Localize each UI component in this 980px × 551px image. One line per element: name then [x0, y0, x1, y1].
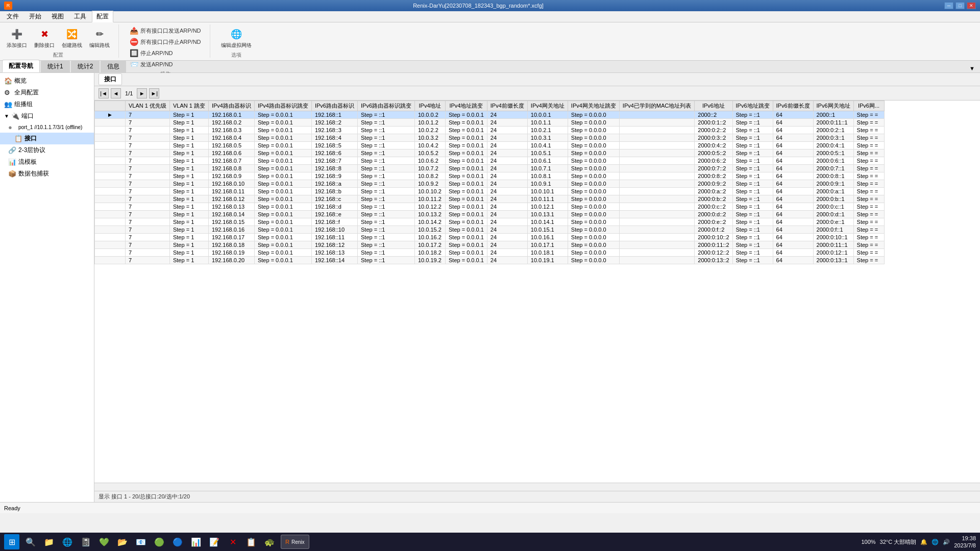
- add-interface-button[interactable]: ➕ 添加接口: [4, 26, 30, 51]
- sidebar-item-global-config[interactable]: ⚙ 全局配置: [0, 87, 94, 98]
- menu-tools[interactable]: 工具: [69, 11, 91, 22]
- table-container[interactable]: VLAN 1 优先级 VLAN 1 跳变 IPv4路由器标识 IPv4路由器标识…: [94, 101, 980, 483]
- sidebar-item-port[interactable]: ▼ 🔌 端口: [0, 110, 94, 122]
- taskbar-app6-icon[interactable]: 📂: [115, 535, 130, 549]
- table-row[interactable]: 7Step = 1192.168.0.11Step = 0.0.0.1192.1…: [95, 188, 885, 195]
- table-row[interactable]: 7Step = 1192.168.0.7Step = 0.0.0.1192.16…: [95, 157, 885, 165]
- menu-start[interactable]: 开始: [24, 11, 46, 22]
- table-row[interactable]: 7Step = 1192.168.0.16Step = 0.0.0.1192.1…: [95, 226, 885, 234]
- tab-stats1[interactable]: 统计1: [41, 60, 70, 72]
- table-row[interactable]: 7Step = 1192.168.0.15Step = 0.0.0.1192.1…: [95, 218, 885, 226]
- scrollbar-area[interactable]: [94, 483, 980, 491]
- create-route-button[interactable]: 🔀 创建路线: [59, 26, 85, 51]
- taskbar-search-icon[interactable]: 🔍: [23, 535, 38, 549]
- col-header-ipv6-prefix-len[interactable]: IPv6前缀长度: [773, 101, 813, 111]
- table-cell: 2000:0:e::1: [813, 218, 853, 226]
- col-header-ipv4-gw-step[interactable]: IPv4网关地址跳变: [568, 101, 619, 111]
- collapse-button[interactable]: ▼: [966, 64, 978, 72]
- taskbar-app12-icon[interactable]: ✕: [226, 535, 240, 549]
- table-row[interactable]: 7Step = 1192.168.0.13Step = 0.0.0.1192.1…: [95, 203, 885, 211]
- send-arp-all-button[interactable]: 📤 所有接口口发送ARP/ND: [127, 26, 204, 36]
- menu-view[interactable]: 视图: [47, 11, 68, 22]
- table-row[interactable]: 7Step = 1192.168.0.5Step = 0.0.0.1192.16…: [95, 142, 885, 149]
- taskbar-files-icon[interactable]: 📁: [42, 535, 56, 549]
- table-row[interactable]: 7Step = 1192.168.0.10Step = 0.0.0.1192.1…: [95, 180, 885, 188]
- taskbar-onenote-icon[interactable]: 📓: [79, 535, 93, 549]
- sidebar-item-overview[interactable]: 🏠 概览: [0, 75, 94, 87]
- sidebar-item-multicast-group[interactable]: 👥 组播组: [0, 98, 94, 110]
- sidebar-item-flow-model[interactable]: 📊 流模板: [0, 156, 94, 168]
- table-row[interactable]: 7Step = 1192.168.0.20Step = 0.0.0.1192.1…: [95, 257, 885, 264]
- col-header-ipv4-router-id-step[interactable]: IPv4路由器标识跳变: [254, 101, 311, 111]
- taskbar-app13-icon[interactable]: 📋: [244, 535, 258, 549]
- taskbar-network-icon[interactable]: 🌐: [932, 539, 939, 545]
- nav-prev-button[interactable]: ◄: [111, 88, 121, 98]
- sidebar-item-interface[interactable]: 📋 接口: [0, 133, 94, 144]
- col-header-ipv4-prefix-len[interactable]: IPv4前缀长度: [487, 101, 527, 111]
- taskbar-time-date[interactable]: 19:38 2023/7/8: [954, 535, 976, 549]
- table-row[interactable]: 7Step = 1192.168.0.14Step = 0.0.0.1192.1…: [95, 211, 885, 218]
- nav-next-button[interactable]: ►: [137, 88, 147, 98]
- table-row[interactable]: 7Step = 1192.168.0.3Step = 0.0.0.1192.16…: [95, 127, 885, 134]
- tab-info[interactable]: 信息: [101, 60, 126, 72]
- table-row[interactable]: 7Step = 1192.168.0.8Step = 0.0.0.1192.16…: [95, 165, 885, 172]
- layer23-icon: 🔗: [8, 146, 16, 154]
- col-header-ipv4-router-id[interactable]: IPv4路由器标识: [208, 101, 254, 111]
- taskbar-edge-icon[interactable]: 🌐: [60, 535, 75, 549]
- table-row[interactable]: 7Step = 1192.168.0.2Step = 0.0.0.1192.16…: [95, 119, 885, 127]
- taskbar-app9-icon[interactable]: 🔵: [170, 535, 185, 549]
- col-header-vlan1-step[interactable]: VLAN 1 跳变: [169, 101, 208, 111]
- table-row[interactable]: 7Step = 1192.168.0.17Step = 0.0.0.1192.1…: [95, 234, 885, 241]
- maximize-button[interactable]: □: [955, 2, 965, 9]
- table-row[interactable]: 7Step = 1192.168.0.6Step = 0.0.0.1192.16…: [95, 149, 885, 157]
- taskbar-app10-icon[interactable]: 📊: [189, 535, 203, 549]
- close-button[interactable]: ✕: [967, 2, 976, 9]
- col-header-ipv6-gw[interactable]: IPv6网关地址: [813, 101, 853, 111]
- col-header-ipv4-gw[interactable]: IPv4网关地址: [527, 101, 568, 111]
- table-row[interactable]: 7Step = 1192.168.0.4Step = 0.0.0.1192.16…: [95, 134, 885, 142]
- nav-last-button[interactable]: ►|: [149, 88, 159, 98]
- taskbar-renix-app[interactable]: R Renix: [281, 535, 309, 549]
- col-header-ipv4-addr-step[interactable]: IPv4地址跳变: [446, 101, 487, 111]
- table-row[interactable]: 7Step = 1192.168.0.18Step = 0.0.0.1192.1…: [95, 241, 885, 249]
- edit-virtual-network-button[interactable]: 🌐 编辑虚拟网络: [218, 26, 254, 51]
- taskbar-outlook-icon[interactable]: 📧: [134, 535, 148, 549]
- menu-config[interactable]: 配置: [92, 11, 113, 22]
- sidebar-item-capture[interactable]: 📦 数据包捕获: [0, 168, 94, 180]
- sidebar-item-port1[interactable]: ● port_1 //10.1.1.7/3/1 (offline): [0, 122, 94, 133]
- sidebar-item-layer23[interactable]: 🔗 2-3层协议: [0, 144, 94, 156]
- minimize-button[interactable]: ─: [944, 2, 953, 9]
- edit-route-button[interactable]: ✏ 编辑路线: [87, 26, 112, 51]
- col-header-ipv4-addr[interactable]: IPv4地址: [415, 101, 446, 111]
- tab-config-nav[interactable]: 配置导航: [2, 60, 40, 72]
- taskbar-volume-icon[interactable]: 🔊: [943, 539, 950, 545]
- table-cell: 192.168::f: [311, 218, 357, 226]
- taskbar-app14-icon[interactable]: 🐢: [262, 535, 277, 549]
- table-row[interactable]: 7Step = 1192.168.0.9Step = 0.0.0.1192.16…: [95, 172, 885, 180]
- taskbar-app11-icon[interactable]: 📝: [207, 535, 222, 549]
- tab-stats2[interactable]: 统计2: [71, 60, 100, 72]
- taskbar-app5-icon[interactable]: 💚: [97, 535, 111, 549]
- col-header-ipv4-mac[interactable]: IPv4已学到的MAC地址列表: [619, 101, 694, 111]
- col-header-ipv6-router-id-step[interactable]: IPv6路由器标识跳变: [357, 101, 414, 111]
- table-cell: [619, 111, 694, 119]
- table-row[interactable]: 7Step = 1192.168.0.19Step = 0.0.0.1192.1…: [95, 249, 885, 257]
- stop-arp-all-button[interactable]: ⛔ 所有接口口停止ARP/ND: [127, 37, 204, 47]
- col-header-vlan1-priority[interactable]: VLAN 1 优先级: [126, 101, 170, 111]
- stop-arp-button[interactable]: 🔲 停止ARP/ND: [127, 48, 176, 58]
- table-row[interactable]: ▶7Step = 1192.168.0.1Step = 0.0.0.1192.1…: [95, 111, 885, 119]
- col-header-ipv6-more[interactable]: IPv6网...: [853, 101, 884, 111]
- table-row[interactable]: 7Step = 1192.168.0.12Step = 0.0.0.1192.1…: [95, 195, 885, 203]
- sub-tab-interface[interactable]: 接口: [99, 73, 122, 85]
- menu-file[interactable]: 文件: [2, 11, 23, 22]
- nav-first-button[interactable]: |◄: [99, 88, 109, 98]
- delete-interface-button[interactable]: ✖ 删除接口: [32, 26, 57, 51]
- taskbar-notification-icon[interactable]: 🔔: [920, 539, 927, 545]
- send-arp-button[interactable]: 📨 发送ARP/ND: [127, 59, 176, 69]
- taskbar-app8-icon[interactable]: 🟢: [152, 535, 166, 549]
- table-cell: Step = 1: [169, 157, 208, 165]
- col-header-ipv6-addr-step[interactable]: IPv6地址跳变: [732, 101, 773, 111]
- col-header-ipv6-router-id[interactable]: IPv6路由器标识: [311, 101, 357, 111]
- col-header-ipv6-addr[interactable]: IPv6地址: [695, 101, 732, 111]
- start-button[interactable]: ⊞: [4, 534, 19, 549]
